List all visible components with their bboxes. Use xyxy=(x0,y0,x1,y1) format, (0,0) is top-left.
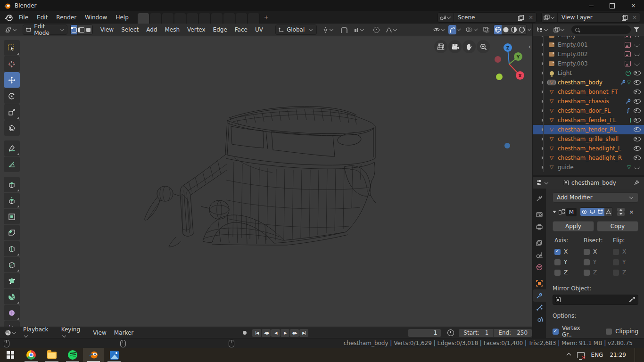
snap-settings-dropdown[interactable] xyxy=(352,26,367,33)
pan-view-icon[interactable] xyxy=(462,40,476,53)
network-disconnected-icon[interactable] xyxy=(577,352,585,358)
annotate-tool[interactable] xyxy=(4,140,20,156)
workspace-tab[interactable] xyxy=(248,13,260,24)
rotate-tool[interactable] xyxy=(4,88,20,104)
wireframe-car-model[interactable] xyxy=(133,95,388,258)
outliner-search-input[interactable] xyxy=(571,25,631,34)
workspace-tab[interactable] xyxy=(223,13,235,24)
unlink-scene-icon[interactable]: × xyxy=(526,14,536,21)
outliner-row[interactable]: ▽ Empty.001 ▽ xyxy=(533,40,644,49)
show-overlays-toggle[interactable] xyxy=(465,25,473,34)
current-frame-field[interactable]: 1 xyxy=(408,329,441,337)
workspace-tab[interactable] xyxy=(236,13,248,24)
filter-icon[interactable] xyxy=(634,27,639,33)
move-modifier-up-button[interactable] xyxy=(617,208,625,212)
object-type-icon[interactable]: ▽ xyxy=(548,80,555,85)
properties-editor-type-button[interactable] xyxy=(535,179,551,187)
measure-tool[interactable] xyxy=(4,156,20,172)
editor-type-button[interactable] xyxy=(3,26,19,34)
object-type-icon[interactable]: ▽ xyxy=(548,61,555,66)
object-type-icon[interactable]: ▽ xyxy=(548,90,555,94)
object-name[interactable]: Empty.003 xyxy=(558,60,588,67)
tab-output[interactable] xyxy=(533,221,546,233)
modifier-name-field[interactable]: M xyxy=(566,208,577,216)
object-name[interactable]: Empty.002 xyxy=(558,51,588,58)
object-type-icon[interactable]: ▽ xyxy=(548,108,555,113)
object-type-icon[interactable]: ▽ xyxy=(548,99,555,104)
eyedropper-icon[interactable] xyxy=(629,297,635,303)
outliner-row[interactable]: ▽ chestham_headlight_R ▽ xyxy=(533,153,644,163)
visibility-toggle[interactable] xyxy=(633,99,641,104)
copy-button[interactable]: Copy xyxy=(597,221,638,231)
checkbox[interactable] xyxy=(584,259,590,265)
light-object-dot[interactable] xyxy=(504,143,510,148)
snap-toggle[interactable] xyxy=(337,26,351,34)
panel-expand-icon[interactable] xyxy=(553,211,556,213)
next-keyframe-button[interactable]: ◆▶ xyxy=(290,329,299,337)
render-visibility-toggle[interactable] xyxy=(580,208,588,216)
object-type-icon[interactable]: ▽ xyxy=(548,137,555,141)
checkbox[interactable] xyxy=(554,270,561,276)
remove-modifier-button[interactable]: × xyxy=(629,208,634,215)
editmode-visibility-toggle[interactable] xyxy=(596,208,604,216)
object-name[interactable]: chestham_fender_RL xyxy=(558,126,617,133)
object-name[interactable]: chestham_chassis xyxy=(558,98,609,105)
visibility-toggle[interactable] xyxy=(633,118,641,123)
spin-tool[interactable] xyxy=(4,289,20,304)
xray-toggle[interactable] xyxy=(482,25,490,34)
taskbar-chrome-icon[interactable] xyxy=(21,348,41,362)
object-type-icon[interactable]: ▽ xyxy=(548,36,555,38)
previous-keyframe-button[interactable]: ◀◆ xyxy=(262,329,271,337)
vertex-groups-checkbox[interactable] xyxy=(553,329,559,335)
outliner-row[interactable]: ▽ chestham_grille_shell ▽ xyxy=(533,134,644,144)
outliner-row[interactable]: ▽ chestham_door_FL ▽ xyxy=(533,106,644,115)
edge-slide-tool[interactable] xyxy=(4,321,20,327)
object-name[interactable]: Empty.001 xyxy=(558,41,588,48)
add-workspace-button[interactable]: + xyxy=(260,14,272,21)
tab-modifiers[interactable] xyxy=(533,289,546,302)
object-type-icon[interactable]: ▽ xyxy=(548,156,555,160)
outliner-row[interactable]: ▽ chestham_body ▽ xyxy=(533,78,644,87)
poly-build-tool[interactable] xyxy=(4,273,20,288)
axis-checkbox-row[interactable]: X xyxy=(611,247,638,257)
topbar-menu-item[interactable]: Window xyxy=(81,12,111,23)
axis-checkbox-row[interactable]: X xyxy=(553,247,580,257)
visibility-toggle[interactable] xyxy=(633,36,641,37)
tab-world[interactable] xyxy=(533,261,546,273)
proportional-editing-toggle[interactable] xyxy=(370,26,383,34)
object-name[interactable]: chestham_grille_shell xyxy=(558,136,619,142)
select-box-tool[interactable] xyxy=(4,40,20,56)
start-button[interactable] xyxy=(0,348,21,362)
workspace-tab[interactable] xyxy=(174,13,186,24)
axis-checkbox-row[interactable]: Z xyxy=(611,267,638,278)
knife-tool[interactable] xyxy=(4,257,20,272)
taskbar-photos-icon[interactable] xyxy=(104,348,124,362)
orthographic-toggle-icon[interactable] xyxy=(434,40,447,53)
play-reverse-button[interactable]: ◀ xyxy=(271,329,280,337)
mode-dropdown[interactable]: Edit Mode xyxy=(23,25,67,35)
object-type-icon[interactable]: ▽ xyxy=(548,52,555,57)
timeline-view-menu[interactable]: View xyxy=(89,329,110,336)
view-layer-selector[interactable]: View Layer × xyxy=(541,12,640,23)
axis-checkbox-row[interactable]: Z xyxy=(553,267,580,278)
axis-checkbox-row[interactable]: X xyxy=(582,247,609,257)
object-name[interactable]: Light xyxy=(558,70,572,76)
visibility-toggle[interactable] xyxy=(633,80,641,85)
transform-tool[interactable] xyxy=(4,120,20,136)
maximize-button[interactable] xyxy=(602,0,623,11)
object-type-icon[interactable]: ▽ xyxy=(548,42,555,47)
workspace-tab[interactable] xyxy=(162,13,174,24)
object-name[interactable]: chestham_headlight_R xyxy=(558,155,622,161)
workspace-tab[interactable] xyxy=(211,13,223,24)
view-layer-name[interactable]: View Layer xyxy=(558,14,622,21)
viewport-menu-item[interactable]: Select xyxy=(117,25,142,35)
minimize-button[interactable] xyxy=(580,0,602,11)
viewport-menu-item[interactable]: UV xyxy=(251,25,267,35)
apply-button[interactable]: Apply xyxy=(553,221,594,231)
gizmo-dropdown-chevron[interactable] xyxy=(457,27,461,31)
outliner-row[interactable]: ▽ chestham_fender_FL ▽ xyxy=(533,115,644,125)
edge-select-button[interactable] xyxy=(78,25,85,34)
proportional-falloff-dropdown[interactable] xyxy=(384,26,400,33)
shading-dropdown-chevron[interactable] xyxy=(528,27,531,31)
topbar-menu-item[interactable]: Help xyxy=(111,12,132,23)
